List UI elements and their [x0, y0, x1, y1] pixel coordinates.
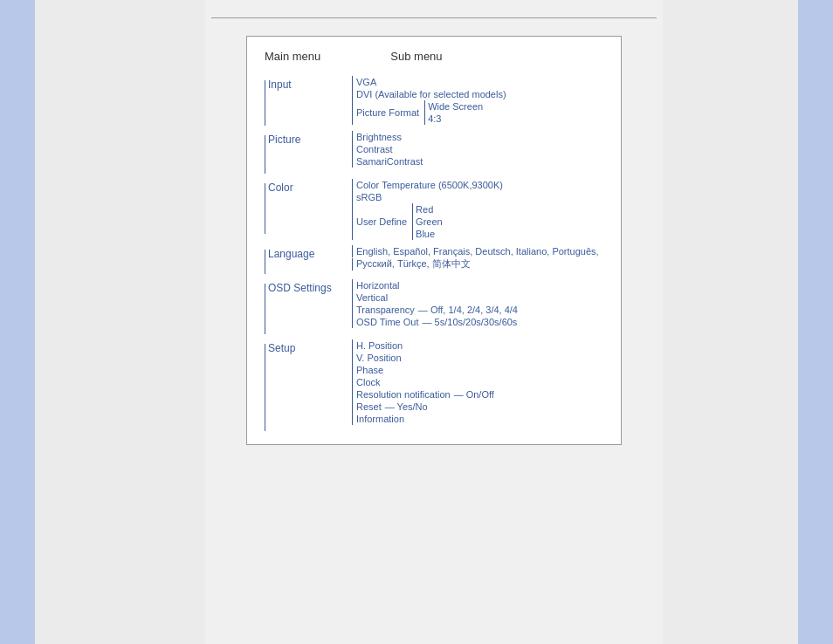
picture-label: Picture [268, 134, 300, 146]
color-temp: Color Temperature (6500K,9300K) [356, 180, 503, 190]
section-input: Input VGA DVI (Available for selected mo… [265, 76, 603, 126]
input-wide-screen: Wide Screen [428, 101, 483, 112]
menu-header: Main menu Sub menu [265, 50, 603, 63]
input-4-3: 4:3 [428, 113, 441, 124]
osd-transparency: Transparency [356, 305, 415, 315]
language-label: Language [268, 248, 314, 260]
left-panel [35, 0, 205, 644]
osd-vertical: Vertical [356, 292, 388, 303]
input-label: Input [268, 79, 292, 91]
left-sidebar [0, 0, 35, 644]
main-content: Main menu Sub menu Input [205, 0, 663, 644]
menu-table: Input VGA DVI (Available for selected mo… [265, 76, 603, 431]
color-red: Red [416, 204, 433, 215]
input-vga: VGA [356, 77, 376, 87]
picture-samari: SamariContrast [356, 156, 423, 167]
setup-clock: Clock [356, 377, 381, 387]
osd-timeout-suffix: — 5s/10s/20s/30s/60s [423, 317, 518, 327]
section-language: Language English, Español, Français, Deu… [265, 245, 603, 274]
color-label: Color [268, 182, 293, 194]
setup-reset-suffix: — Yes/No [385, 401, 428, 412]
language-line1: English, Español, Français, Deutsch, Ita… [356, 246, 599, 257]
setup-resolution-suffix: — On/Off [454, 389, 494, 400]
input-picture-format: Picture Format [356, 107, 419, 118]
osd-timeout: OSD Time Out [356, 317, 419, 327]
setup-information: Information [356, 414, 404, 424]
section-color: Color Color Temperature (6500K,9300K) sR… [265, 179, 603, 240]
color-green: Green [416, 216, 443, 227]
color-srgb: sRGB [356, 192, 382, 202]
setup-h-position: H. Position [356, 340, 403, 351]
language-line2: Русский, Türkçe, 简体中文 [356, 257, 471, 271]
section-picture: Picture Brightness Contrast [265, 131, 603, 174]
setup-v-position: V. Position [356, 353, 402, 363]
picture-contrast: Contrast [356, 144, 393, 154]
setup-phase: Phase [356, 365, 383, 375]
setup-label: Setup [268, 342, 295, 354]
main-menu-label: Main menu [265, 50, 320, 63]
setup-reset: Reset [356, 401, 382, 412]
color-blue: Blue [416, 229, 435, 239]
divider [211, 17, 657, 18]
sub-menu-label: Sub menu [390, 50, 442, 63]
section-osd: OSD Settings Horizontal Vertical [265, 279, 603, 334]
menu-box: Main menu Sub menu Input [246, 36, 622, 445]
osd-horizontal: Horizontal [356, 280, 400, 291]
input-dvi: DVI (Available for selected models) [356, 89, 506, 99]
color-user-define: User Define [356, 216, 407, 227]
right-sidebar [798, 0, 833, 644]
osd-label: OSD Settings [268, 282, 332, 294]
right-panel [663, 0, 798, 644]
picture-brightness: Brightness [356, 132, 402, 142]
setup-resolution: Resolution notification [356, 389, 451, 400]
osd-transparency-suffix: — Off, 1/4, 2/4, 3/4, 4/4 [418, 305, 518, 315]
section-setup: Setup H. Position V. Position [265, 339, 603, 431]
